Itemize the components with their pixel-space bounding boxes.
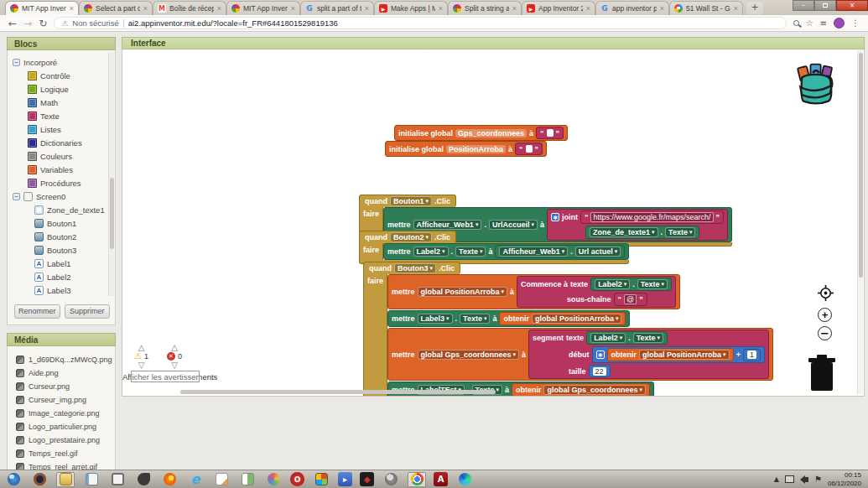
dropdown-field[interactable]: Bouton1▾ [390, 196, 432, 206]
show-warnings-button[interactable]: Afficher les avertissements [122, 372, 217, 382]
office-app-taskbar-icon[interactable] [312, 472, 330, 487]
media-item-curseur-png[interactable]: Curseur.png [16, 380, 113, 393]
nested-block[interactable]: obtenirglobal Gps_coordonnees▾ [512, 383, 650, 397]
number-value[interactable]: 1 [747, 350, 756, 359]
canvas-horizontal-scrollbar[interactable] [180, 390, 496, 394]
panel-app-taskbar-icon[interactable] [238, 472, 257, 487]
tab-close-icon[interactable]: × [365, 4, 369, 13]
media-item-logo-prestataire-png[interactable]: Logo_prestataire.png [16, 433, 113, 447]
close-window-button[interactable]: × [836, 0, 868, 11]
mutator-icon[interactable]: ∗ [551, 213, 559, 221]
dropdown-field[interactable]: global Gps_coordonnees▾ [543, 385, 646, 395]
tray-clock[interactable]: 00:15 06/12/2020 [828, 471, 861, 488]
media-item-logo-particulier-png[interactable]: Logo_particulier.png [16, 420, 113, 433]
statement-block[interactable]: mettreLabel2▾.Texte▾àAfficheur_Web1▾.Url… [383, 243, 629, 260]
palette-item-texte[interactable]: Texte [28, 109, 113, 122]
reading-list-icon[interactable]: ≡ [820, 18, 827, 28]
restore-window-button[interactable] [814, 0, 836, 11]
tab-close-icon[interactable]: × [291, 4, 295, 13]
nested-block[interactable]: Label2▾.Texte▾ [586, 331, 668, 345]
blocks-canvas[interactable]: initialise globalGps_coordonneesà“”initi… [122, 49, 865, 397]
tab-close-icon[interactable]: × [217, 4, 221, 13]
dropdown-field[interactable]: global PositionArroba▾ [639, 350, 730, 360]
bookmark-star-icon[interactable]: ☆ [806, 18, 813, 28]
event-header[interactable]: quandBouton1▾.Clic [359, 195, 456, 207]
text-string-block[interactable]: “https://www.google.fr/maps/search/” [580, 210, 724, 224]
string-value[interactable]: @ [624, 294, 637, 304]
browser-tab-split-a-string-and-st[interactable]: Split a string and st× [448, 1, 522, 15]
collapse-icon[interactable]: − [13, 193, 20, 200]
tray-expand-icon[interactable]: ▲ [774, 475, 779, 483]
paint-app-taskbar-icon[interactable] [264, 472, 283, 487]
statement-block[interactable]: mettreLabelTEst▾.Texte▾àobtenirglobal Gp… [387, 382, 654, 397]
palette-scrollbar-thumb[interactable] [110, 178, 114, 249]
dropdown-field[interactable]: Texte▾ [633, 333, 663, 343]
zoom-indicator-icon[interactable] [793, 18, 799, 28]
tab-close-icon[interactable]: × [586, 4, 590, 13]
palette-item-logique[interactable]: Logique [28, 82, 113, 96]
event-header[interactable]: quandBouton2▾.Clic [359, 231, 456, 243]
file-explorer-taskbar-icon[interactable] [56, 472, 75, 487]
dropdown-field[interactable]: Label2▾ [590, 333, 626, 343]
browser-tab-boite-de-reception[interactable]: MBoîte de réception (× [153, 1, 226, 15]
browser-tab-app-inventor-positio[interactable]: Gapp inventor positio× [595, 1, 669, 15]
palette-item-controle[interactable]: Contrôle [28, 69, 113, 82]
number-block[interactable]: 22 [589, 365, 611, 377]
tab-close-icon[interactable]: × [143, 4, 148, 13]
event-header[interactable]: quandBouton3▾.Clic [363, 262, 460, 274]
media-item-1-d69dkq-zmwcq-png[interactable]: 1_d69DKq...zMWcQ.png [16, 353, 113, 366]
tab-close-icon[interactable]: × [439, 4, 443, 13]
component-item-label1[interactable]: ALabel1 [34, 257, 113, 270]
tab-close-icon[interactable]: × [734, 4, 738, 13]
name-field[interactable]: PositionArroba [446, 145, 506, 153]
nested-block[interactable]: obtenirglobal PositionArroba▾ [607, 348, 734, 361]
media-item-image-categorie-png[interactable]: Image_categorie.png [16, 407, 113, 420]
dropdown-field[interactable]: global PositionArroba▾ [418, 287, 508, 297]
chrome-taskbar-icon[interactable] [408, 472, 426, 487]
string-value[interactable] [547, 129, 554, 137]
component-item-bouton1[interactable]: Bouton1 [34, 216, 113, 230]
palette-item-math[interactable]: Math [28, 96, 113, 109]
browser-tab-mit-app-inventor-2[interactable]: MIT App Inventor 2× [5, 1, 79, 15]
palette-item-couleurs[interactable]: Couleurs [28, 149, 113, 163]
dropdown-field[interactable]: Texte▾ [460, 314, 490, 324]
nested-block[interactable]: Afficheur_Web1▾.Url actuel▾ [495, 245, 625, 258]
dropdown-field[interactable]: Texte▾ [665, 227, 695, 237]
tree-group-incorpore[interactable]: −Incorporé [13, 55, 113, 69]
palette-scrollbar[interactable] [108, 52, 114, 296]
media-player-taskbar-icon[interactable]: ▸ [338, 472, 352, 486]
nested-block[interactable]: ∗obtenirglobal PositionArroba▾+1 [592, 346, 765, 363]
number-value[interactable]: 22 [593, 367, 606, 376]
component-item-bouton3[interactable]: Bouton3 [34, 243, 113, 257]
notes-app-taskbar-icon[interactable] [82, 472, 101, 487]
dropdown-field[interactable]: Label2▾ [413, 247, 449, 257]
tree-group-screen[interactable]: −Screen0 [13, 189, 113, 203]
tab-close-icon[interactable]: × [660, 4, 664, 13]
browser-tab-split-a-part-of-text-a[interactable]: Gsplit a part of text a× [300, 1, 374, 15]
palette-item-procedures[interactable]: Procédures [28, 176, 113, 189]
zoom-out-button[interactable]: − [818, 326, 832, 340]
browser-tab-app-inventor-2-tuto[interactable]: ▶App Inventor 2 Tuto× [522, 1, 595, 15]
menu-dots-icon[interactable]: ⋮ [851, 18, 860, 28]
tab-close-icon[interactable]: × [512, 4, 517, 13]
media-item-aide-png[interactable]: Aide.png [16, 366, 113, 380]
new-tab-button[interactable]: + [746, 2, 763, 14]
bird-app-taskbar-icon[interactable] [134, 472, 153, 487]
zoom-in-button[interactable]: + [818, 308, 832, 322]
media-item-curseur-img-png[interactable]: Curseur_img.png [16, 393, 113, 407]
dropdown-field[interactable]: global Gps_coordonnees▾ [418, 350, 520, 360]
edge-taskbar-icon[interactable] [455, 472, 474, 487]
internet-explorer-taskbar-icon[interactable]: e [186, 472, 205, 487]
mutator-icon[interactable]: ∗ [596, 350, 605, 359]
block-when-bouton3-clic[interactable]: quandBouton3▾.Clicfairemettreglobal Posi… [363, 262, 773, 397]
nested-block[interactable]: obtenirglobal PositionArroba▾ [499, 312, 626, 325]
dropdown-field[interactable]: Label3▾ [418, 314, 453, 324]
canvas-vertical-scrollbar[interactable] [857, 50, 863, 394]
tab-close-icon[interactable]: × [70, 4, 74, 13]
trash-can[interactable] [805, 354, 839, 394]
warning-up-arrow[interactable]: △ [138, 344, 145, 351]
dropdown-field[interactable]: Texte▾ [637, 279, 668, 289]
name-field[interactable]: Gps_coordonnees [455, 129, 527, 138]
gimp-taskbar-icon[interactable] [382, 472, 400, 487]
text-string-block[interactable]: “@” [614, 293, 647, 306]
